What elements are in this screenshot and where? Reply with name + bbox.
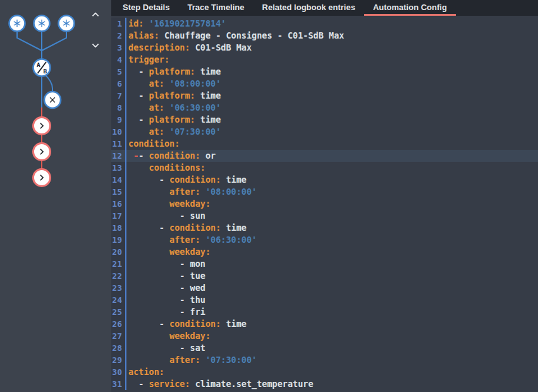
line-content: - platform: time [126,90,221,102]
line-content: after: '07:30:00' [126,354,257,366]
line-content: - condition: time [126,222,247,234]
line-content: after: '08:00:00' [126,186,257,198]
trigger-node-1[interactable] [9,16,25,32]
line-content: - tue [126,270,205,282]
yaml-config-editor[interactable]: 1id: '1619021757814'2alias: Chauffage - … [111,16,538,392]
line-content: weekday: [126,246,211,258]
tab-automation-config[interactable]: Automation Config [364,0,456,16]
code-line-14: 14 - condition: time [111,174,538,186]
condition-node[interactable]: A B [34,59,51,77]
line-content: at: '06:30:00' [126,102,221,114]
chevron-up-icon [92,13,99,16]
line-number: 28 [111,342,126,354]
trace-graph-panel: A B [0,0,111,392]
code-line-16: 16 weekday: [111,198,538,210]
trigger-node-3[interactable] [59,16,75,32]
code-line-3: 3description: C01-SdB Max [111,42,538,54]
line-content: - fri [126,306,205,318]
line-number: 14 [111,174,126,186]
line-number: 29 [111,354,126,366]
line-number: 16 [111,198,126,210]
line-content: - service: climate.set_temperature [126,378,314,390]
line-content: condition: [126,138,180,150]
code-line-30: 30action: [111,366,538,378]
code-line-21: 21 - mon [111,258,538,270]
line-content: - condition: or [126,150,216,162]
line-number: 13 [111,162,126,174]
code-line-20: 20 weekday: [111,246,538,258]
code-line-10: 10 at: '07:30:00' [111,126,538,138]
line-number: 3 [111,42,126,54]
line-content: weekday: [126,198,211,210]
action-node-3[interactable] [34,169,51,187]
code-line-5: 5 - platform: time [111,66,538,78]
code-line-27: 27 weekday: [111,330,538,342]
tab-related-logbook-entries[interactable]: Related logbook entries [254,0,364,16]
line-number: 31 [111,378,126,390]
line-number: 9 [111,114,126,126]
automation-trace-window: A B [0,0,538,392]
line-number: 22 [111,270,126,282]
line-content: weekday: [126,330,211,342]
trace-graph: A B [0,0,111,392]
stop-node[interactable] [44,92,61,108]
line-number: 1 [111,18,126,30]
line-number: 4 [111,54,126,66]
line-content: at: '08:00:00' [126,78,221,90]
line-number: 18 [111,222,126,234]
active-step-marker [135,156,138,157]
line-content: after: '06:30:00' [126,234,257,246]
graph-scroll-up-button[interactable] [92,13,99,16]
line-number: 8 [111,102,126,114]
line-content: conditions: [126,162,205,174]
code-line-1: 1id: '1619021757814' [111,18,538,30]
line-number: 17 [111,210,126,222]
code-line-17: 17 - sun [111,210,538,222]
line-number: 30 [111,366,126,378]
line-content: at: '07:30:00' [126,126,221,138]
line-number: 2 [111,30,126,42]
code-line-28: 28 - sat [111,342,538,354]
line-number: 27 [111,330,126,342]
tab-bar: Step DetailsTrace TimelineRelated logboo… [111,0,538,16]
line-number: 11 [111,138,126,150]
line-content: - sun [126,210,205,222]
action-node-1[interactable] [34,118,51,135]
code-line-22: 22 - tue [111,270,538,282]
graph-scroll-down-button[interactable] [92,44,99,47]
code-line-2: 2alias: Chauffage - Consignes - C01-SdB … [111,30,538,42]
line-number: 26 [111,318,126,330]
line-content: description: C01-SdB Max [126,42,252,54]
code-line-24: 24 - thu [111,294,538,306]
line-content: - thu [126,294,205,306]
line-content: - platform: time [126,114,221,126]
line-number: 5 [111,66,126,78]
connector-line [44,74,52,92]
tab-trace-timeline[interactable]: Trace Timeline [178,0,253,16]
code-line-15: 15 after: '08:00:00' [111,186,538,198]
line-number: 6 [111,78,126,90]
line-content: - platform: time [126,66,221,78]
line-number: 12 [111,150,126,162]
code-line-8: 8 at: '06:30:00' [111,102,538,114]
line-number: 7 [111,90,126,102]
code-line-12: 12 - condition: or [111,150,538,162]
line-number: 19 [111,234,126,246]
line-content: alias: Chauffage - Consignes - C01-SdB M… [126,30,344,42]
code-line-6: 6 at: '08:00:00' [111,78,538,90]
code-line-18: 18 - condition: time [111,222,538,234]
line-content: - mon [126,258,205,270]
line-content: action: [126,366,164,378]
trigger-node-2[interactable] [34,16,50,32]
line-number: 25 [111,306,126,318]
svg-text:A: A [37,61,40,68]
code-line-23: 23 - wed [111,282,538,294]
line-number: 21 [111,258,126,270]
code-line-29: 29 after: '07:30:00' [111,354,538,366]
code-line-25: 25 - fri [111,306,538,318]
tab-step-details[interactable]: Step Details [114,0,178,16]
code-line-11: 11condition: [111,138,538,150]
code-line-13: 13 conditions: [111,162,538,174]
svg-text:B: B [44,68,47,75]
action-node-2[interactable] [34,144,51,161]
